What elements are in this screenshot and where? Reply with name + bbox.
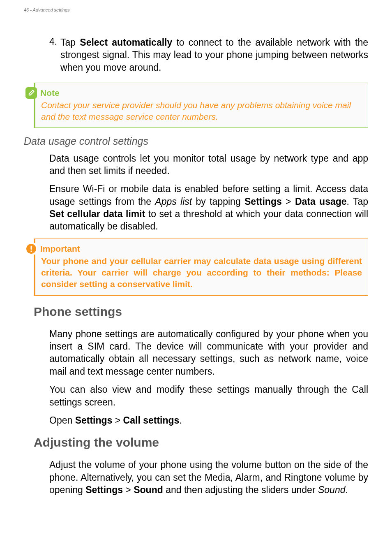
important-body: Your phone and your cellular carrier may… xyxy=(41,255,362,290)
t: Open xyxy=(49,415,75,426)
t: and then adjusting the sliders under xyxy=(163,484,318,495)
bold-settings-2: Settings xyxy=(75,415,113,426)
phone-settings-heading: Phone settings xyxy=(34,305,368,319)
volume-p1: Adjust the volume of your phone using th… xyxy=(49,459,368,496)
t: Tap xyxy=(60,37,80,48)
t: > xyxy=(123,484,134,495)
bold-sound: Sound xyxy=(134,484,163,495)
apps-list-ital: Apps list xyxy=(155,196,192,207)
data-usage-p1: Data usage controls let you monitor tota… xyxy=(49,152,368,177)
note-header: Note xyxy=(41,87,362,99)
note-callout: Note Contact your service provider shoul… xyxy=(34,83,368,127)
t: . Tap xyxy=(347,196,368,207)
svg-rect-1 xyxy=(30,246,32,250)
important-title: Important xyxy=(40,244,80,254)
t: . xyxy=(179,415,182,426)
note-title: Note xyxy=(40,88,60,98)
pencil-icon xyxy=(25,87,37,99)
important-callout: Important Your phone and your cellular c… xyxy=(34,239,368,296)
phone-settings-p2: You can also view and modify these setti… xyxy=(49,383,368,408)
warning-icon xyxy=(25,243,37,255)
phone-settings-p1: Many phone settings are automatically co… xyxy=(49,328,368,378)
page-header: 46 - Advanced settings xyxy=(24,7,70,12)
important-header: Important xyxy=(41,243,362,255)
t: > xyxy=(112,415,123,426)
t: > xyxy=(282,196,295,207)
data-usage-heading: Data usage control settings xyxy=(24,135,368,147)
page-content: 4. Tap Select automatically to connect t… xyxy=(49,36,368,502)
step-marker: 4. xyxy=(49,36,60,74)
bold-call-settings: Call settings xyxy=(123,415,180,426)
bold-select-auto: Select automatically xyxy=(80,37,172,48)
step-text: Tap Select automatically to connect to t… xyxy=(60,36,368,74)
phone-settings-p3: Open Settings > Call settings. xyxy=(49,414,368,426)
bold-settings-3: Settings xyxy=(85,484,123,495)
bold-settings: Settings xyxy=(244,196,282,207)
bold-data-usage: Data usage xyxy=(295,196,347,207)
bold-set-limit: Set cellular data limit xyxy=(49,208,145,219)
sound-ital: Sound xyxy=(318,484,346,495)
svg-point-2 xyxy=(30,250,32,252)
volume-heading: Adjusting the volume xyxy=(34,436,368,449)
step-4: 4. Tap Select automatically to connect t… xyxy=(49,36,368,74)
note-body: Contact your service provider should you… xyxy=(41,100,362,122)
data-usage-p2: Ensure Wi-Fi or mobile data is enabled b… xyxy=(49,183,368,232)
t: . xyxy=(345,484,348,495)
t: by tapping xyxy=(192,196,244,207)
